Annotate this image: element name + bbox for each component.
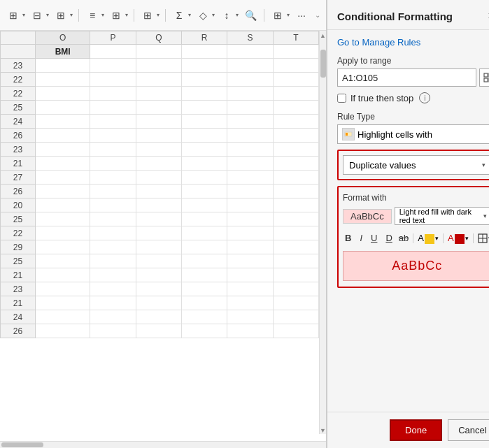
cell-q[interactable] xyxy=(136,226,181,240)
cell-o[interactable] xyxy=(36,143,90,157)
cell-r[interactable] xyxy=(182,73,227,87)
h-scroll-thumb[interactable] xyxy=(1,442,43,447)
toolbar-icon-grid[interactable]: ⊞ xyxy=(270,8,285,23)
format-desc-select[interactable]: Light red fill with dark red text ▾ xyxy=(395,207,489,225)
cell-q[interactable] xyxy=(136,157,181,171)
table-row[interactable]: 22 xyxy=(1,226,319,240)
cell-q[interactable] xyxy=(136,254,181,268)
table-row[interactable]: 25 xyxy=(1,212,319,226)
table-row[interactable]: 22 xyxy=(1,87,319,101)
cell-t[interactable] xyxy=(273,101,318,115)
cell-t[interactable] xyxy=(273,324,318,338)
cell-p[interactable] xyxy=(90,143,136,157)
horizontal-scrollbar[interactable] xyxy=(0,441,326,448)
vertical-scrollbar[interactable]: ▲ ▼ xyxy=(319,31,326,434)
toolbar-icon-sigma[interactable]: Σ xyxy=(171,8,187,23)
cell-q[interactable] xyxy=(136,115,181,129)
cell-o[interactable] xyxy=(36,324,90,338)
cell-o[interactable] xyxy=(36,226,90,240)
cell-o[interactable] xyxy=(36,268,90,282)
cell-t[interactable] xyxy=(273,129,318,143)
table-row[interactable]: 24 xyxy=(1,310,319,324)
range-select-button[interactable] xyxy=(479,68,489,87)
strikethrough-button[interactable]: ab xyxy=(399,233,409,243)
table-row[interactable]: 25 xyxy=(1,101,319,115)
table-row[interactable]: 20 xyxy=(1,198,319,212)
cell-p[interactable] xyxy=(90,185,136,198)
table-row[interactable]: 23 xyxy=(1,59,319,73)
cell-o[interactable] xyxy=(36,212,90,226)
cell-o[interactable] xyxy=(36,185,90,198)
toolbar-icon-3[interactable]: ⊞ xyxy=(53,8,69,23)
toolbar-icon-6[interactable]: ⊞ xyxy=(140,8,155,23)
cell-q[interactable] xyxy=(136,129,181,143)
table-row[interactable]: 27 xyxy=(1,171,319,185)
info-icon[interactable]: i xyxy=(419,92,430,103)
table-row[interactable]: 23 xyxy=(1,143,319,157)
cell-q[interactable] xyxy=(136,282,181,296)
cell-o[interactable] xyxy=(36,240,90,254)
toolbar-icon-search[interactable]: 🔍 xyxy=(243,8,258,23)
cell-p[interactable] xyxy=(90,59,136,73)
cell-q[interactable] xyxy=(136,59,181,73)
cell-q[interactable] xyxy=(136,73,181,87)
cell-r[interactable] xyxy=(182,198,227,212)
cell-q[interactable] xyxy=(136,296,181,310)
cell-t[interactable] xyxy=(273,212,318,226)
table-row[interactable]: 21 xyxy=(1,296,319,310)
table-row[interactable]: 26 xyxy=(1,185,319,198)
cell-t[interactable] xyxy=(273,282,318,296)
cell-s[interactable] xyxy=(227,212,273,226)
toolbar-collapse[interactable]: ⌄ xyxy=(315,11,320,19)
cell-q[interactable] xyxy=(136,87,181,101)
cell-p[interactable] xyxy=(90,240,136,254)
toolbar-icon-4[interactable]: ≡ xyxy=(85,8,100,23)
cell-t[interactable] xyxy=(273,310,318,324)
cell-o[interactable] xyxy=(36,254,90,268)
cell-p[interactable] xyxy=(90,226,136,240)
cell-p[interactable] xyxy=(90,157,136,171)
cell-t[interactable] xyxy=(273,59,318,73)
table-row[interactable]: 24 xyxy=(1,115,319,129)
cell-s[interactable] xyxy=(227,143,273,157)
cell-p[interactable] xyxy=(90,324,136,338)
cell-p[interactable] xyxy=(90,87,136,101)
cell-q[interactable] xyxy=(136,143,181,157)
cell-o[interactable] xyxy=(36,310,90,324)
col-header-t[interactable]: T xyxy=(273,31,318,45)
cell-p[interactable] xyxy=(90,268,136,282)
if-true-then-stop-checkbox[interactable] xyxy=(337,94,346,103)
cell-s[interactable] xyxy=(227,59,273,73)
cell-t[interactable] xyxy=(273,198,318,212)
cell-p[interactable] xyxy=(90,73,136,87)
cell-p[interactable] xyxy=(90,254,136,268)
cell-s[interactable] xyxy=(227,101,273,115)
done-button[interactable]: Done xyxy=(390,419,442,441)
fill-color-button[interactable]: A ▾ xyxy=(418,233,439,244)
cell-q[interactable] xyxy=(136,324,181,338)
cell-q[interactable] xyxy=(136,240,181,254)
cell-s[interactable] xyxy=(227,296,273,310)
cell-r[interactable] xyxy=(182,157,227,171)
scroll-down-arrow[interactable]: ▼ xyxy=(320,427,326,434)
underline-button[interactable]: U xyxy=(369,232,379,244)
cell-p[interactable] xyxy=(90,129,136,143)
cell-o[interactable] xyxy=(36,87,90,101)
cell-s[interactable] xyxy=(227,73,273,87)
cell-t[interactable] xyxy=(273,143,318,157)
cell-r[interactable] xyxy=(182,282,227,296)
cell-p[interactable] xyxy=(90,198,136,212)
format-preview-button[interactable]: AaBbCc xyxy=(343,209,392,224)
underline2-button[interactable]: D xyxy=(383,232,394,244)
cell-r[interactable] xyxy=(182,171,227,185)
cell-s[interactable] xyxy=(227,171,273,185)
close-button[interactable]: × xyxy=(485,8,489,24)
toolbar-icon-1[interactable]: ⊞ xyxy=(6,8,21,23)
scroll-thumb[interactable] xyxy=(320,50,326,78)
cell-o[interactable] xyxy=(36,282,90,296)
cell-t[interactable] xyxy=(273,115,318,129)
cell-r[interactable] xyxy=(182,143,227,157)
table-row[interactable]: 26 xyxy=(1,129,319,143)
cell-t[interactable] xyxy=(273,240,318,254)
cell-s[interactable] xyxy=(227,129,273,143)
